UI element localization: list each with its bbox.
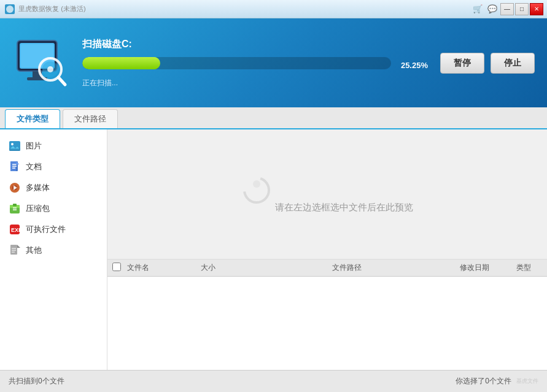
svg-point-38 xyxy=(253,180,260,188)
archive-icon xyxy=(9,202,21,215)
tab-filetype[interactable]: 文件类型 xyxy=(5,109,60,128)
filetype-media-label: 多媒体 xyxy=(26,182,50,193)
col-path-header: 文件路径 xyxy=(250,263,444,273)
tab-filepath[interactable]: 文件路径 xyxy=(63,109,118,128)
filetype-exec[interactable]: EXE 可执行文件 xyxy=(0,219,107,240)
app-logo xyxy=(12,36,68,91)
col-date-header: 修改日期 xyxy=(444,263,505,273)
filetype-doc[interactable]: 文档 xyxy=(0,156,107,177)
tab-bar: 文件类型 文件路径 xyxy=(0,107,547,129)
svg-rect-27 xyxy=(13,204,17,206)
file-list-area: 文件名 大小 文件路径 修改日期 类型 xyxy=(107,259,547,370)
svg-marker-33 xyxy=(17,245,20,248)
select-all-checkbox[interactable] xyxy=(112,263,121,271)
close-button[interactable]: ✕ xyxy=(530,3,543,15)
main-content: 图片 文档 多媒体 xyxy=(0,129,547,370)
progress-bar-fill xyxy=(82,57,160,69)
svg-point-9 xyxy=(47,66,53,72)
svg-text:EXE: EXE xyxy=(11,227,21,233)
status-right: 你选择了0个文件 xyxy=(456,376,511,386)
scan-controls: 暂停 停止 xyxy=(440,53,535,74)
svg-point-0 xyxy=(6,6,14,13)
col-name-header: 文件名 xyxy=(127,263,201,273)
spinner-icon xyxy=(241,175,272,206)
svg-rect-13 xyxy=(9,148,20,151)
scan-title: 扫描磁盘C: xyxy=(82,38,391,51)
filetype-image-label: 图片 xyxy=(26,140,42,152)
progress-percent-label: 25.25% xyxy=(401,60,428,69)
header-scan-area: 扫描磁盘C: 25.25% 正在扫描... 暂停 停止 xyxy=(0,18,547,107)
col-check xyxy=(112,263,127,273)
col-type-header: 类型 xyxy=(505,263,542,273)
filetype-other[interactable]: 其他 xyxy=(0,240,107,261)
window-controls: — □ ✕ xyxy=(500,0,543,18)
watermark: 基虎文件 xyxy=(516,377,538,385)
right-panel: 请在左边选框选中文件后在此预览 文件名 大小 文件路径 修改日期 类型 xyxy=(107,129,547,370)
title-bar: 里虎数据恢复 (未激活) 🛒 💬 — □ ✕ xyxy=(0,0,547,18)
cart-icon[interactable]: 🛒 xyxy=(472,4,483,15)
col-size-header: 大小 xyxy=(201,263,250,273)
app-title: 里虎数据恢复 (未激活) xyxy=(18,4,86,13)
doc-icon xyxy=(9,161,21,173)
pause-button[interactable]: 暂停 xyxy=(440,53,484,74)
filetype-archive[interactable]: 压缩包 xyxy=(0,198,107,219)
svg-point-11 xyxy=(11,143,14,145)
file-type-panel: 图片 文档 多媒体 xyxy=(0,129,107,370)
maximize-button[interactable]: □ xyxy=(515,3,529,15)
filetype-image[interactable]: 图片 xyxy=(0,136,107,156)
exec-icon: EXE xyxy=(9,223,21,236)
filetype-archive-label: 压缩包 xyxy=(26,203,50,214)
media-icon xyxy=(9,182,21,194)
scan-info: 扫描磁盘C: 25.25% 正在扫描... xyxy=(82,38,391,88)
file-list-body xyxy=(107,277,547,370)
filetype-other-label: 其他 xyxy=(26,245,42,256)
preview-area: 请在左边选框选中文件后在此预览 xyxy=(107,129,547,259)
filetype-doc-label: 文档 xyxy=(26,161,42,172)
file-list-header: 文件名 大小 文件路径 修改日期 类型 xyxy=(107,259,547,277)
preview-hint: 请在左边选框选中文件后在此预览 xyxy=(241,175,413,213)
status-bar: 共扫描到0个文件 你选择了0个文件 基虎文件 xyxy=(0,370,547,392)
other-icon xyxy=(9,244,21,256)
filetype-media[interactable]: 多媒体 xyxy=(0,177,107,198)
chat-icon[interactable]: 💬 xyxy=(487,4,498,15)
scan-status: 正在扫描... xyxy=(82,78,391,88)
stop-button[interactable]: 停止 xyxy=(491,53,535,74)
app-icon xyxy=(5,4,15,14)
status-left: 共扫描到0个文件 xyxy=(9,376,64,386)
progress-bar-container xyxy=(82,57,391,69)
filetype-exec-label: 可执行文件 xyxy=(26,224,66,235)
svg-line-8 xyxy=(58,77,65,85)
svg-rect-32 xyxy=(10,245,17,255)
image-icon xyxy=(9,140,21,152)
minimize-button[interactable]: — xyxy=(500,3,514,15)
preview-hint-text: 请在左边选框选中文件后在此预览 xyxy=(275,202,413,212)
tray-icons: 🛒 💬 xyxy=(472,4,498,15)
